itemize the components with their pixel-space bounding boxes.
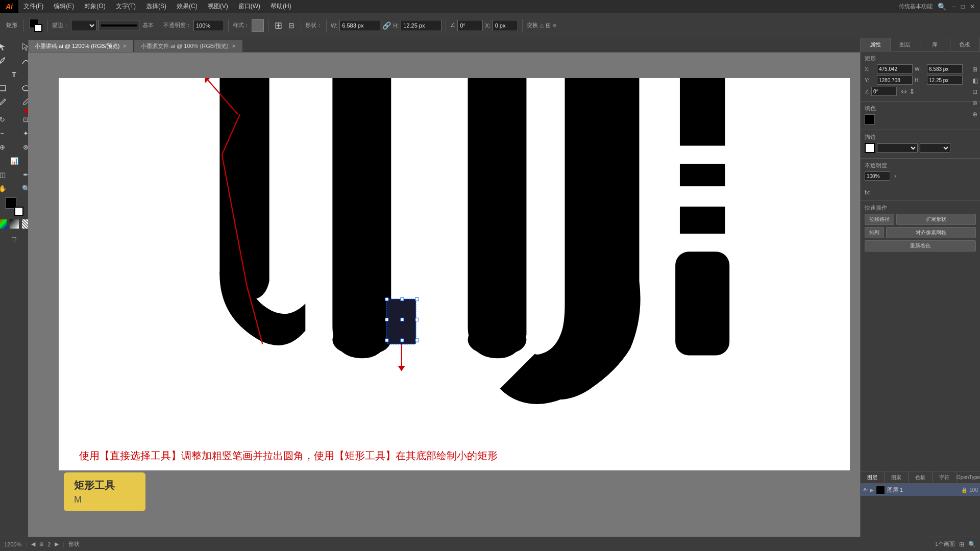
tab-0[interactable]: 小墨讲稿.ai @ 1200% (RGB/预览) ✕ xyxy=(28,40,133,52)
layer-item[interactable]: 👁 ▶ 图层 1 🔒 100 xyxy=(861,484,980,496)
tool-zoom[interactable]: 🔍 xyxy=(15,182,29,195)
rp-stroke-select[interactable] xyxy=(877,143,918,153)
rp-icon-2[interactable]: ◧ xyxy=(972,77,978,84)
transform-label[interactable]: 变换 xyxy=(527,21,538,29)
rp-layer-tab[interactable]: 图层 xyxy=(861,471,885,483)
x-input[interactable] xyxy=(493,20,518,31)
rp-flip-v[interactable]: ⇕ xyxy=(909,87,915,95)
white-canvas[interactable]: 使用【直接选择工具】调整加粗竖笔画并拉出圆角，使用【矩形工具】在其底部绘制小的矩… xyxy=(59,78,850,470)
status-icon-1[interactable]: ⊞ xyxy=(959,541,964,548)
stroke-swatch[interactable] xyxy=(99,20,139,31)
tool-artboard[interactable]: □ xyxy=(3,232,26,245)
rp-opentype-tab[interactable]: OpenType xyxy=(957,471,980,483)
width-input[interactable] xyxy=(339,20,380,31)
opacity-input[interactable] xyxy=(193,20,224,31)
rp-icon-5[interactable]: ⊕ xyxy=(972,111,977,118)
rp-tab-library[interactable]: 库 xyxy=(920,38,950,51)
tool-hand[interactable]: ✋ xyxy=(0,182,14,195)
tool-curvature[interactable] xyxy=(15,54,29,67)
layer-visibility-icon[interactable]: 👁 xyxy=(863,487,868,493)
rp-icon-1[interactable]: ⊞ xyxy=(972,66,977,73)
menu-help[interactable]: 帮助(H) xyxy=(265,0,297,13)
color-swatches[interactable] xyxy=(5,197,23,216)
rp-btn-align-pixel[interactable]: 位移路径 xyxy=(865,214,894,225)
rp-btn-recolor[interactable]: 重新着色 xyxy=(865,240,976,252)
rp-opacity-expand[interactable]: › xyxy=(894,172,896,180)
style-picker[interactable] xyxy=(252,19,264,32)
rp-x-input[interactable] xyxy=(877,64,913,73)
rp-y-input[interactable] xyxy=(877,76,913,85)
tool-pen[interactable] xyxy=(0,54,14,67)
rp-opacity-input[interactable] xyxy=(865,171,890,181)
angle-input[interactable] xyxy=(457,20,483,31)
rp-char-tab[interactable]: 字符 xyxy=(933,471,957,483)
status-page-back[interactable]: ◀ xyxy=(31,541,35,547)
transform-icon[interactable]: ⌂ xyxy=(540,22,544,29)
rp-tab-swatches[interactable]: 色板 xyxy=(950,38,981,51)
rp-pattern-tab[interactable]: 图案 xyxy=(885,471,909,483)
tool-ellipse[interactable] xyxy=(15,82,29,95)
tool-scale[interactable]: ⊡ xyxy=(15,113,29,126)
tool-warp[interactable]: ⌢ xyxy=(0,127,14,140)
rp-btn-pixel-grid[interactable]: 对齐像素网格 xyxy=(886,227,976,238)
tool-pathfinder[interactable]: ⊗ xyxy=(15,140,29,154)
tool-paintbrush[interactable] xyxy=(0,95,14,109)
rp-flip-h[interactable]: ⇔ xyxy=(901,87,907,95)
status-zoom[interactable]: 1200% xyxy=(4,541,21,547)
height-input[interactable] xyxy=(401,20,442,31)
tool-eyedropper[interactable]: ✒ xyxy=(15,168,29,181)
pattern-guide[interactable] xyxy=(22,219,29,229)
tool-direct-select[interactable] xyxy=(15,40,29,54)
tool-text[interactable]: T xyxy=(3,68,26,81)
rp-icon-3[interactable]: ⊡ xyxy=(972,88,977,95)
rp-tab-layers[interactable]: 图层 xyxy=(891,38,921,51)
tab-1[interactable]: 小墨源文件.ai @ 100% (RGB/预览) ✕ xyxy=(134,40,242,52)
color-guide[interactable] xyxy=(0,219,7,229)
grid-icon[interactable]: ⊟ xyxy=(286,21,297,30)
menu-select[interactable]: 选择(S) xyxy=(141,0,172,13)
rp-btn-arrange[interactable]: 排列 xyxy=(865,227,884,238)
gradient-guide[interactable] xyxy=(10,219,19,229)
status-icon-2[interactable]: 🔍 xyxy=(968,541,976,548)
close-button[interactable]: ✕ xyxy=(970,3,975,10)
rp-stroke-color[interactable] xyxy=(865,143,875,153)
tool-pencil[interactable] xyxy=(15,95,29,109)
minimize-button[interactable]: ─ xyxy=(951,3,956,10)
layer-expand-icon[interactable]: ▶ xyxy=(870,487,874,493)
maximize-button[interactable]: □ xyxy=(961,3,965,10)
align-icon[interactable]: ⊞ xyxy=(273,20,284,31)
rp-fill-color[interactable] xyxy=(865,114,875,124)
tool-gradient[interactable]: ◫ xyxy=(0,168,14,181)
menu-object[interactable]: 对象(O) xyxy=(79,0,110,13)
align-objects-icon[interactable]: ≡ xyxy=(553,22,556,29)
rp-btn-expand[interactable]: 扩展形状 xyxy=(896,214,976,225)
rp-angle-input[interactable] xyxy=(871,87,897,96)
rp-swatch-tab[interactable]: 色板 xyxy=(909,471,933,483)
tool-rotate[interactable]: ↻ xyxy=(0,113,14,126)
menu-view[interactable]: 视图(V) xyxy=(203,0,233,13)
tool-puppet[interactable]: ✦ xyxy=(15,127,29,140)
rp-icon-4[interactable]: ⊛ xyxy=(972,99,977,107)
workspace-label[interactable]: 传统基本功能 xyxy=(899,3,933,10)
rp-h-input[interactable] xyxy=(927,76,963,85)
rp-stroke-type[interactable] xyxy=(920,143,950,153)
search-icon[interactable]: 🔍 xyxy=(938,3,946,11)
menu-window[interactable]: 窗口(W) xyxy=(233,0,265,13)
layer-lock-icon[interactable]: 🔒 xyxy=(961,487,967,493)
tool-blend[interactable]: ⊕ xyxy=(0,140,14,154)
tab-0-close[interactable]: ✕ xyxy=(122,43,127,49)
tool-select[interactable] xyxy=(0,40,14,54)
stroke-dropdown[interactable] xyxy=(71,20,96,31)
menu-text[interactable]: 文字(T) xyxy=(111,0,141,13)
rp-tab-properties[interactable]: 属性 xyxy=(861,38,891,51)
tool-chart[interactable]: 📊 xyxy=(3,154,26,167)
arrange-icon[interactable]: ⊞ xyxy=(546,22,551,29)
menu-file[interactable]: 文件(F) xyxy=(18,0,48,13)
menu-effect[interactable]: 效果(C) xyxy=(172,0,203,13)
tool-rectangle[interactable] xyxy=(0,82,14,95)
rp-fx-label[interactable]: fx: xyxy=(865,189,871,195)
menu-edit[interactable]: 编辑(E) xyxy=(48,0,79,13)
status-page-fwd[interactable]: ▶ xyxy=(55,541,59,547)
rp-w-input[interactable] xyxy=(927,64,963,73)
tab-1-close[interactable]: ✕ xyxy=(232,43,236,49)
